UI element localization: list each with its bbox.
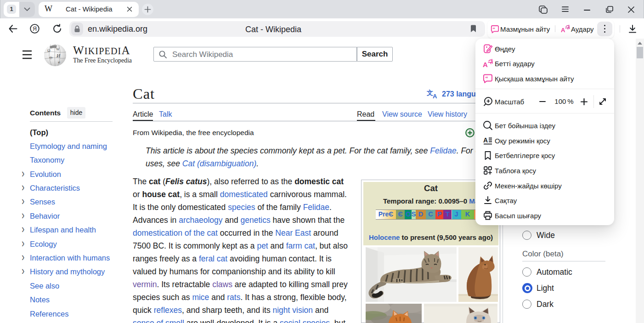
svg-text:A: A [483, 61, 488, 68]
svg-text:A: A [433, 93, 437, 99]
svg-text:Ω: Ω [47, 48, 51, 53]
svg-text:“: “ [486, 75, 488, 82]
svg-text:ҽ: ҽ [58, 60, 60, 64]
svg-text:中: 中 [49, 56, 53, 60]
svg-text:A: A [561, 27, 565, 33]
svg-text:И: И [56, 53, 61, 58]
svg-text:Я: Я [33, 26, 37, 32]
svg-text:W: W [56, 47, 60, 51]
svg-text:A: A [483, 136, 488, 144]
svg-text:文: 文 [427, 89, 433, 96]
svg-text:“: “ [493, 26, 496, 32]
